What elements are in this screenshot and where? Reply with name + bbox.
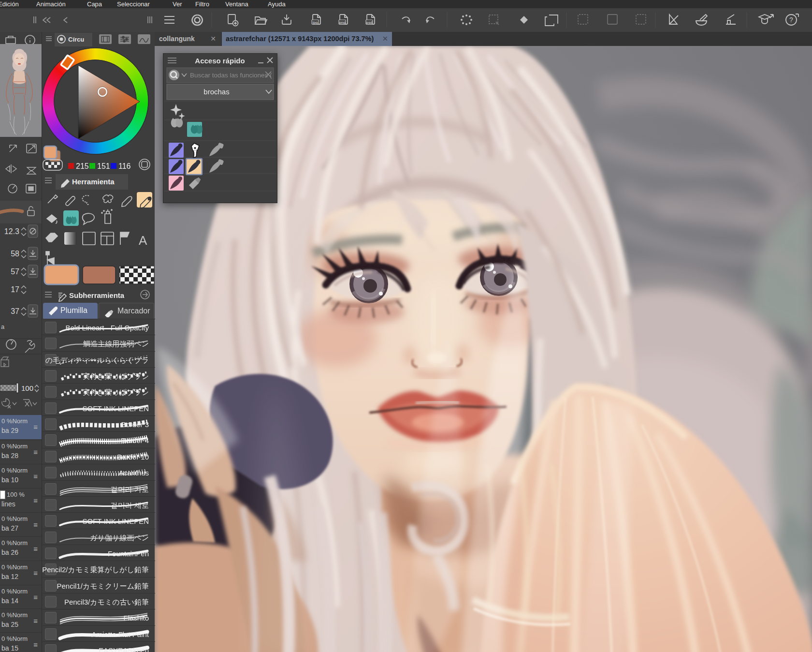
svg-text:Acceso rápido: Acceso rápido <box>195 57 245 65</box>
svg-text:png: png <box>339 20 346 25</box>
svg-text:151: 151 <box>97 162 110 170</box>
svg-text:116: 116 <box>118 162 131 170</box>
svg-text:Buscar todas las funciones (: Buscar todas las funciones ( <box>190 72 272 79</box>
svg-text:jpg: jpg <box>312 20 318 25</box>
svg-text:Subherramienta: Subherramienta <box>69 291 125 299</box>
svg-text:psd: psd <box>366 20 373 25</box>
svg-text:A: A <box>139 233 147 248</box>
svg-text:?: ? <box>789 16 793 24</box>
svg-text:215: 215 <box>76 162 89 170</box>
svg-text:brochas: brochas <box>203 88 229 96</box>
svg-text:Herramienta: Herramienta <box>72 178 115 186</box>
svg-text:a: a <box>1 323 5 330</box>
svg-text:100: 100 <box>21 384 33 392</box>
